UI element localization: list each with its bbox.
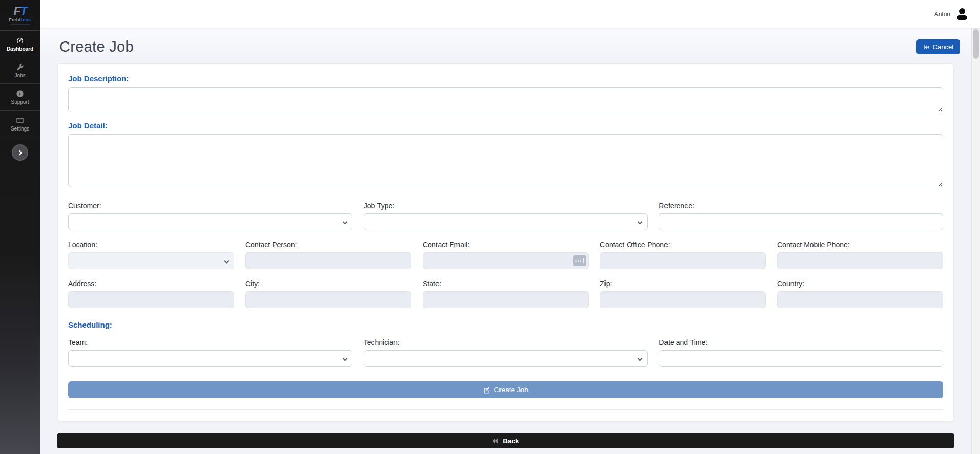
edit-icon: [483, 386, 490, 394]
user-avatar-icon[interactable]: [955, 8, 969, 21]
customer-label: Customer:: [68, 202, 352, 210]
team-select[interactable]: [68, 350, 352, 367]
info-circle-icon: [16, 90, 24, 98]
address-row: Address: City: State: Zip:: [68, 279, 943, 308]
create-job-form-card: Job Description: Job Detail: Customer: J…: [57, 63, 954, 422]
sidebar-item-label: Dashboard: [7, 46, 33, 52]
contact-mobile-phone-input: [777, 252, 943, 269]
fast-backward-icon: [923, 44, 930, 50]
brand-letter-t: T: [20, 4, 27, 18]
brand-wordmark-field: Field: [9, 17, 21, 23]
country-input: [777, 291, 943, 308]
cancel-button-label: Cancel: [933, 43, 953, 51]
contact-email-input: [423, 252, 589, 269]
job-detail-textarea[interactable]: [68, 134, 943, 187]
ellipsis-badge-icon[interactable]: [573, 255, 586, 266]
job-detail-section-label: Job Detail:: [68, 121, 943, 130]
team-label: Team:: [68, 338, 352, 347]
zip-label: Zip:: [600, 279, 766, 288]
chevron-right-icon: [17, 150, 22, 155]
contact-mobile-phone-label: Contact Mobile Phone:: [777, 241, 943, 249]
page-title-row: Create Job Cancel: [48, 28, 963, 62]
cancel-button[interactable]: Cancel: [916, 39, 960, 54]
state-input: [423, 291, 589, 308]
city-label: City:: [245, 279, 411, 288]
back-button[interactable]: Back: [57, 433, 954, 448]
address-label: Address:: [68, 279, 234, 288]
location-select: [68, 252, 234, 269]
sidebar-expand-toggle[interactable]: [12, 144, 28, 161]
card-bottom-divider: [68, 409, 943, 410]
date-time-input[interactable]: [659, 350, 943, 367]
contact-email-label: Contact Email:: [423, 241, 589, 249]
brand-wordmark: Fieldtecs: [9, 17, 31, 23]
address-input: [68, 291, 234, 308]
zip-input: [600, 291, 766, 308]
brand-letter-f: F: [13, 4, 20, 18]
sidebar-item-settings[interactable]: Settings: [0, 111, 40, 137]
reference-input[interactable]: [659, 213, 943, 230]
contact-office-phone-label: Contact Office Phone:: [600, 241, 766, 249]
contact-person-input: [245, 252, 411, 269]
sidebar-item-jobs[interactable]: Jobs: [0, 57, 40, 84]
create-job-button[interactable]: Create Job: [68, 381, 943, 398]
top-header: Anton: [40, 0, 980, 28]
app-root: FT Fieldtecs Dashboard Jobs Support Sett…: [0, 0, 980, 454]
state-label: State:: [423, 279, 589, 288]
sidebar: FT Fieldtecs Dashboard Jobs Support Sett…: [0, 0, 40, 454]
brand-tagline: [10, 24, 30, 25]
main-column: Anton Create Job Cancel Job Description:…: [40, 0, 980, 454]
sidebar-item-label: Support: [11, 99, 29, 105]
sidebar-item-label: Settings: [11, 126, 29, 132]
scheduling-section-label: Scheduling:: [68, 320, 943, 329]
city-input: [245, 291, 411, 308]
sidebar-item-label: Jobs: [14, 73, 25, 78]
customer-select[interactable]: [68, 213, 352, 230]
sidebar-item-dashboard[interactable]: Dashboard: [0, 31, 40, 57]
page-title: Create Job: [59, 38, 134, 55]
page-content: Create Job Cancel Job Description: Job D…: [40, 28, 971, 454]
backward-icon: [492, 438, 499, 444]
job-type-select[interactable]: [364, 213, 648, 230]
contact-office-phone-input: [600, 252, 766, 269]
brand-logo: FT Fieldtecs: [0, 0, 40, 31]
wrench-icon: [16, 63, 24, 71]
back-button-label: Back: [503, 437, 519, 445]
location-label: Location:: [68, 241, 234, 249]
job-description-textarea[interactable]: [68, 87, 943, 112]
contact-row: Location: Contact Person: Contact Email:: [68, 241, 943, 269]
job-description-section-label: Job Description:: [68, 74, 943, 83]
scheduling-row: Team: Technician: Date and Time:: [68, 338, 943, 367]
technician-label: Technician:: [364, 338, 648, 347]
job-type-label: Job Type:: [364, 202, 648, 210]
brand-wordmark-tecs: tecs: [21, 17, 31, 23]
envelope-icon: [16, 116, 24, 124]
content-row: Create Job Cancel Job Description: Job D…: [40, 28, 980, 454]
contact-person-label: Contact Person:: [245, 241, 411, 249]
customer-row: Customer: Job Type: Reference:: [68, 202, 943, 230]
username: Anton: [934, 11, 950, 18]
reference-label: Reference:: [659, 202, 943, 210]
gauge-icon: [16, 36, 24, 45]
page-scrollbar: [971, 28, 980, 454]
technician-select[interactable]: [364, 350, 648, 367]
country-label: Country:: [777, 279, 943, 288]
scrollbar-thumb[interactable]: [973, 29, 979, 59]
brand-logo-letters: FT: [13, 6, 26, 17]
sidebar-item-support[interactable]: Support: [0, 84, 40, 111]
create-job-button-label: Create Job: [494, 386, 528, 394]
date-time-label: Date and Time:: [659, 338, 943, 347]
